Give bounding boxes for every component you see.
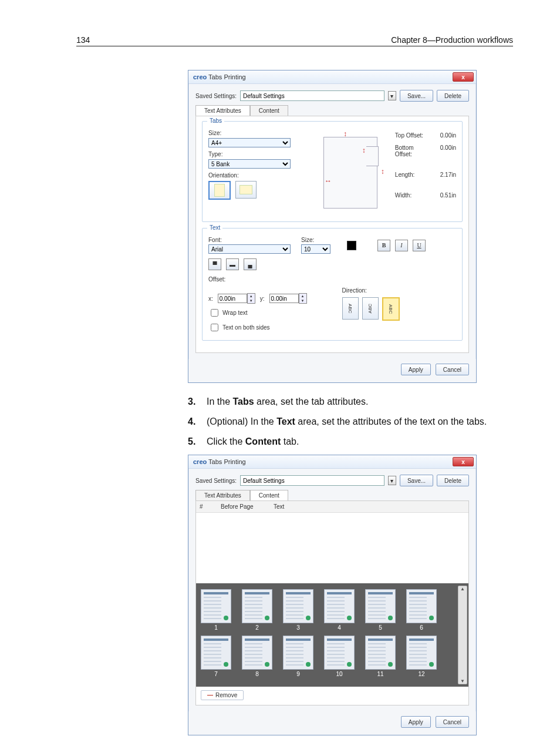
color-swatch[interactable]	[347, 241, 356, 250]
scrollbar[interactable]: ▲▼	[458, 586, 467, 684]
offset-x-label: x:	[208, 295, 213, 302]
step-number: 5.	[188, 435, 207, 449]
spinner-icon[interactable]: ▲▼	[247, 293, 255, 304]
thumbnail[interactable]: 4	[324, 589, 355, 631]
offset-y-label: y:	[260, 295, 265, 302]
saved-settings-input[interactable]	[240, 90, 384, 101]
saved-settings-label: Saved Settings:	[195, 93, 237, 99]
chapter-title: Chapter 8—Production workflows	[391, 35, 513, 45]
thumbnail[interactable]: 12	[406, 636, 437, 677]
tabs-printing-dialog-2: creo Tabs Printing x Saved Settings: ▾ S…	[188, 455, 477, 735]
step-text: (Optional) In the Text area, set the att…	[207, 415, 517, 429]
tab-text-attributes[interactable]: Text Attributes	[195, 105, 250, 116]
thumbnail[interactable]: 2	[242, 589, 272, 631]
orientation-portrait-button[interactable]	[208, 181, 231, 200]
size-select[interactable]: A4+	[208, 138, 291, 147]
tabs-printing-dialog-1: creo Tabs Printing x Saved Settings: ▾ S…	[188, 70, 477, 383]
spinner-icon[interactable]: ▲▼	[299, 293, 307, 304]
font-select[interactable]: Arial	[208, 244, 291, 254]
step-text: In the Tabs area, set the tab attributes…	[207, 395, 517, 409]
align-middle-button[interactable]: ▬	[226, 258, 239, 270]
size-label: Size:	[208, 130, 308, 136]
minus-icon: —	[207, 692, 213, 698]
close-icon[interactable]: x	[453, 72, 474, 82]
window-title: creo Tabs Printing	[193, 458, 246, 465]
both-sides-label: Text on both sides	[222, 324, 270, 331]
italic-button[interactable]: I	[395, 240, 408, 251]
arrow-icon: ↔	[325, 177, 332, 185]
bottom-offset-label: Bottom Offset:	[395, 145, 430, 157]
header-rule	[76, 46, 513, 46]
length-label: Length:	[395, 172, 414, 178]
thumbnail[interactable]: 3	[283, 589, 313, 631]
tab-content[interactable]: Content	[250, 490, 288, 500]
cancel-button[interactable]: Cancel	[436, 364, 469, 375]
type-select[interactable]: 5 Bank	[208, 159, 291, 169]
thumbnail[interactable]: 7	[201, 636, 231, 677]
tabs-group-title: Tabs	[207, 117, 224, 124]
both-sides-checkbox[interactable]	[211, 324, 218, 331]
orientation-label: Orientation:	[208, 172, 308, 179]
content-table[interactable]	[196, 513, 468, 583]
thumbnail[interactable]: 9	[283, 636, 313, 677]
font-label: Font:	[208, 237, 296, 243]
direction-2-button[interactable]: ABC	[362, 297, 379, 320]
tab-text-attributes[interactable]: Text Attributes	[195, 490, 250, 500]
step-text: Click the Content tab.	[207, 435, 517, 449]
arrow-icon: ↕	[343, 130, 347, 138]
wrap-text-label: Wrap text	[222, 310, 248, 316]
col-number: #	[200, 503, 215, 510]
width-value: 0.51in	[431, 192, 456, 199]
width-label: Width:	[395, 192, 411, 199]
direction-label: Direction:	[342, 287, 400, 294]
font-size-label: Size:	[301, 237, 342, 243]
thumbnail[interactable]: 10	[324, 636, 355, 677]
apply-button[interactable]: Apply	[401, 364, 431, 375]
saved-settings-dropdown-icon[interactable]: ▾	[388, 91, 396, 100]
saved-settings-dropdown-icon[interactable]: ▾	[388, 476, 396, 485]
type-label: Type:	[208, 151, 308, 157]
arrow-icon: ↕	[381, 167, 384, 176]
thumbnail[interactable]: 8	[242, 636, 272, 677]
window-title: creo Tabs Printing	[193, 73, 246, 80]
thumbnail[interactable]: 5	[365, 589, 396, 631]
close-icon[interactable]: x	[453, 457, 474, 466]
length-value: 2.17in	[431, 172, 456, 178]
delete-button[interactable]: Delete	[437, 90, 469, 102]
direction-1-button[interactable]: ABC	[342, 297, 359, 320]
save-button[interactable]: Save...	[400, 475, 433, 486]
page-number: 134	[76, 35, 90, 45]
thumbnail[interactable]: 6	[406, 589, 437, 631]
remove-button[interactable]: —Remove	[201, 690, 244, 700]
saved-settings-input[interactable]	[240, 475, 384, 486]
underline-button[interactable]: U	[413, 240, 426, 251]
bold-button[interactable]: B	[377, 240, 390, 251]
wrap-text-checkbox[interactable]	[211, 309, 218, 317]
tab-preview: ↕ ↕ ↕ ↔	[320, 126, 386, 214]
font-size-select[interactable]: 10	[301, 244, 330, 254]
apply-button[interactable]: Apply	[401, 716, 431, 728]
offset-x-input[interactable]	[218, 294, 247, 303]
cancel-button[interactable]: Cancel	[436, 716, 469, 728]
thumbnail[interactable]: 1	[201, 589, 231, 631]
delete-button[interactable]: Delete	[437, 475, 469, 486]
bottom-offset-value: 0.00in	[433, 145, 456, 157]
arrow-icon: ↕	[362, 146, 366, 154]
offset-label: Offset:	[208, 276, 456, 283]
col-before-page: Before Page	[221, 503, 268, 510]
direction-3-button[interactable]: ABC	[382, 297, 400, 321]
align-bottom-button[interactable]: ▄	[244, 258, 257, 270]
text-group-title: Text	[207, 224, 222, 231]
col-text: Text	[274, 503, 284, 510]
save-button[interactable]: Save...	[400, 90, 433, 102]
top-offset-value: 0.00in	[431, 132, 456, 139]
thumbnail-area: ▲▼ 1 2 3 4 5 6 7 8 9	[196, 583, 468, 687]
tab-content[interactable]: Content	[250, 105, 288, 116]
orientation-landscape-button[interactable]	[235, 181, 257, 199]
step-number: 3.	[188, 395, 207, 409]
thumbnail[interactable]: 11	[365, 636, 396, 677]
offset-y-input[interactable]	[269, 294, 299, 303]
align-top-button[interactable]: ▀	[208, 258, 221, 270]
saved-settings-label: Saved Settings:	[195, 478, 237, 484]
step-number: 4.	[188, 415, 207, 429]
